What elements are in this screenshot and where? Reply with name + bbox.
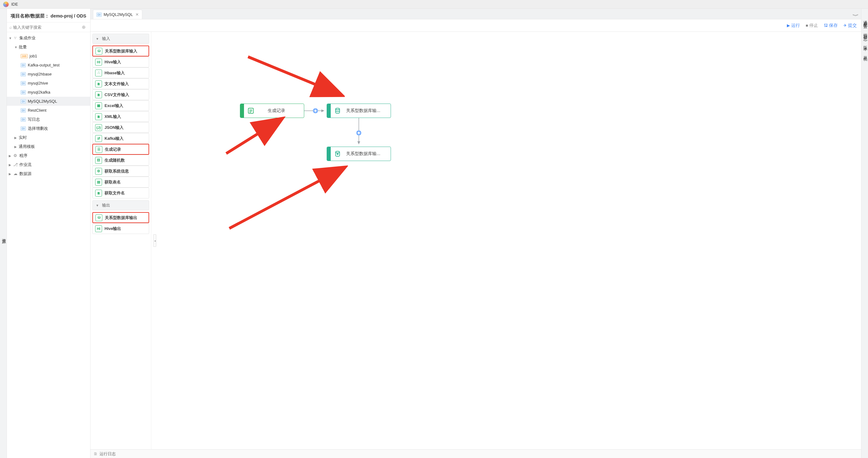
flow-node-db-output[interactable]: 关系型数据库输...: [327, 147, 391, 161]
palette-item[interactable]: 🗎获取文件名: [92, 187, 149, 199]
submit-button[interactable]: ✈提交: [843, 23, 857, 28]
palette-group-output[interactable]: ▼ 输出: [92, 200, 149, 210]
tree-item-mysql2hive[interactable]: DImysql2hive: [7, 79, 90, 88]
palette-item[interactable]: ⇄Kafka输入: [92, 133, 149, 144]
palette-item-label: Excel输入: [104, 103, 123, 109]
node-stripe: [327, 104, 331, 118]
bottom-bar-label: 运行日志: [99, 451, 116, 457]
hop-icon[interactable]: [313, 108, 318, 113]
palette-item-label: 获取文件名: [104, 190, 125, 196]
badge-icon: DI: [21, 90, 26, 95]
nav-cloud[interactable]: ▶☁数据源: [7, 169, 90, 178]
palette-item[interactable]: ∴Hbase输入: [92, 67, 149, 78]
right-rail-item-label: 版本: [863, 42, 868, 45]
sys-icon: ⚙: [95, 168, 102, 175]
palette-item-label: 获取系统信息: [104, 169, 129, 174]
right-rail-version[interactable]: 版本: [862, 42, 868, 45]
svg-point-6: [336, 108, 340, 110]
right-rail-metric-log[interactable]: 指标日志: [862, 30, 868, 35]
hop-icon[interactable]: [356, 130, 361, 135]
palette-item-label: CSV文件输入: [104, 92, 129, 98]
badge-icon: DI: [21, 81, 26, 86]
tree-item-kafka-output_test[interactable]: DIKafka-output_test: [7, 61, 90, 69]
palette-item[interactable]: ⛁关系型数据库输出: [92, 212, 149, 223]
palette-item[interactable]: 🗎CSV文件输入: [92, 89, 149, 100]
stop-icon: ■: [806, 23, 808, 28]
workspace: ▼ 输入 ⛁关系型数据库输入HIHive输入∴Hbase输入🗎文本文件输入🗎CS…: [91, 32, 861, 449]
stop-label: 停止: [809, 23, 818, 28]
palette-item-label: 生成记录: [105, 147, 121, 152]
tab-mysql2mysql[interactable]: DI MySQL2MySQL ✕: [93, 10, 142, 19]
tree-item-restclient[interactable]: DIRestClient: [7, 106, 90, 115]
play-icon: ▶: [787, 23, 790, 28]
tabbar: DI MySQL2MySQL ✕ ︾: [91, 9, 861, 19]
grid-icon: ▦: [95, 102, 102, 109]
palette-item-label: 获取表名: [104, 179, 121, 185]
tree-item-选择增删改[interactable]: DI选择增删改: [7, 124, 90, 133]
file-icon: 🗎: [95, 190, 102, 196]
palette-item[interactable]: HIHive输入: [92, 57, 149, 67]
palette-item[interactable]: 🗎文本文件输入: [92, 78, 149, 89]
note-icon: [245, 107, 256, 114]
save-button[interactable]: 🖫保存: [824, 23, 838, 28]
svg-line-8: [248, 57, 335, 93]
badge-icon: DI: [21, 99, 26, 103]
palette-item[interactable]: ⛁关系型数据库输入: [92, 45, 149, 57]
run-button[interactable]: ▶运行: [787, 23, 800, 28]
search-input[interactable]: [13, 25, 80, 30]
badge-icon: DI: [21, 117, 26, 122]
tree-item-mysql2hbase[interactable]: DImysql2hbase: [7, 69, 90, 79]
tree-item-mysql2mysql[interactable]: DIMySQL2MySQL: [7, 97, 90, 106]
badge-icon: DI: [21, 126, 26, 131]
right-rail-draft[interactable]: 草稿: [862, 53, 868, 55]
left-rail-resources[interactable]: 资源: [0, 9, 7, 458]
caret-down-icon: ▼: [9, 36, 12, 40]
palette-item[interactable]: ⚄生成随机数: [92, 155, 149, 166]
tree-group-batch[interactable]: ▼ 批量: [7, 42, 90, 52]
tree-group-realtime[interactable]: ▶ 实时: [7, 133, 90, 142]
palette-item[interactable]: ☰生成记录: [92, 144, 149, 155]
node-label: 关系型数据库输...: [343, 151, 391, 157]
add-button[interactable]: ⊕: [80, 24, 88, 30]
stop-button[interactable]: ■停止: [806, 23, 818, 28]
palette-item[interactable]: ▦Excel输入: [92, 100, 149, 111]
file-icon: 🗎: [95, 91, 102, 98]
caret-right-icon: ▶: [9, 154, 12, 157]
palette-collapse-handle[interactable]: ◂: [153, 234, 156, 247]
nav-flow[interactable]: ▶⎇作业流: [7, 160, 90, 169]
palette-item-label: JSON输入: [104, 125, 124, 130]
palette-item[interactable]: {J}JSON输入: [92, 122, 149, 133]
svg-point-7: [336, 151, 340, 153]
app-title: IDE: [11, 2, 18, 6]
close-icon[interactable]: ✕: [135, 12, 139, 17]
caret-right-icon: ▶: [14, 145, 18, 148]
tree-item-写日志[interactable]: DI写日志: [7, 115, 90, 124]
tree-root-integration[interactable]: ▼ ⑂ 集成作业: [7, 33, 90, 42]
palette-item[interactable]: HIHive输出: [92, 223, 149, 234]
right-rail-general-config[interactable]: 通用配置: [862, 18, 868, 23]
tree-item-job1[interactable]: Jobjob1: [7, 52, 90, 61]
log-icon: 🗎: [94, 452, 98, 456]
flow-node-db-input[interactable]: 关系型数据库输...: [327, 103, 391, 118]
canvas[interactable]: ◂ 生成记录: [151, 32, 861, 449]
tree-item-label: Kafka-output_test: [28, 63, 60, 67]
branch-icon: ⑂: [13, 36, 18, 40]
caret-down-icon: ▼: [96, 204, 99, 207]
palette-item[interactable]: ▤获取表名: [92, 177, 149, 187]
tree-item-label: 写日志: [28, 117, 40, 122]
bottom-bar[interactable]: 🗎 运行日志: [91, 449, 861, 458]
palette: ▼ 输入 ⛁关系型数据库输入HIHive输入∴Hbase输入🗎文本文件输入🗎CS…: [91, 32, 151, 449]
tree-group-template[interactable]: ▶ 通用模板: [7, 142, 90, 151]
nav-gear[interactable]: ▶⚙程序: [7, 151, 90, 160]
palette-item[interactable]: 🗎XML输入: [92, 111, 149, 122]
tree-item-label: mysql2hbase: [28, 72, 52, 77]
palette-item[interactable]: ⚙获取系统信息: [92, 166, 149, 177]
nav-label: 作业流: [19, 162, 32, 167]
palette-group-input[interactable]: ▼ 输入: [92, 34, 149, 44]
caret-right-icon: ▶: [9, 172, 12, 175]
flow-node-generate-records[interactable]: 生成记录: [240, 103, 304, 118]
nav-label: 数据源: [19, 171, 32, 177]
tab-overflow-icon[interactable]: ︾: [852, 13, 859, 19]
left-rail-label: 资源: [2, 235, 6, 238]
tree-item-mysql2kafka[interactable]: DImysql2kafka: [7, 88, 90, 97]
